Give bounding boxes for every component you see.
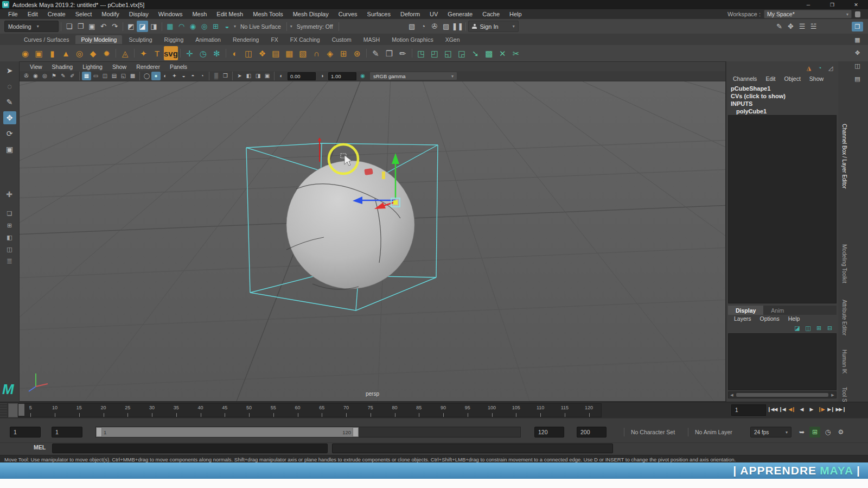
manipulator-plane-handle[interactable] bbox=[382, 172, 385, 179]
select-hierarchy-icon[interactable]: ◩ bbox=[125, 21, 137, 32]
center-pivot-icon[interactable]: ✻ bbox=[210, 46, 224, 60]
reset-transform-icon[interactable]: ◷ bbox=[196, 46, 210, 60]
subdiv-proxy-icon[interactable]: ◱ bbox=[442, 46, 455, 60]
shelf-tab[interactable]: Curves / Surfaces bbox=[18, 35, 74, 44]
layout-outliner-icon[interactable]: ◫ bbox=[4, 244, 16, 255]
poly-sphere-icon[interactable]: ◉ bbox=[18, 46, 32, 60]
target-weld-icon[interactable]: ✂ bbox=[509, 46, 523, 60]
shelf-tab[interactable]: XGen bbox=[440, 35, 465, 44]
menu-item[interactable]: Surfaces bbox=[362, 9, 395, 19]
menu-item[interactable]: Display bbox=[124, 9, 154, 19]
channel-list-area[interactable] bbox=[728, 115, 837, 303]
layer-editor-tab[interactable]: Anim bbox=[763, 306, 792, 315]
command-input-field[interactable] bbox=[52, 443, 328, 453]
symmetry-select[interactable]: Symmetry: Off bbox=[293, 23, 336, 30]
maximize-button[interactable]: ❐ bbox=[820, 0, 844, 9]
render-view-icon[interactable]: ▧ bbox=[406, 21, 418, 32]
time-ruler[interactable]: 5101520253035404550556065707580859095100… bbox=[18, 403, 602, 417]
last-tool-icon[interactable]: ✚ bbox=[3, 188, 16, 201]
side-tab[interactable]: Modeling Toolkit bbox=[841, 238, 847, 290]
isolate-select-icon[interactable]: ❒ bbox=[221, 72, 230, 80]
shelf-tab[interactable]: Sculpting bbox=[123, 35, 157, 44]
gamma-select[interactable]: sRGB gamma ▾ bbox=[369, 72, 457, 80]
multi-cut-icon[interactable]: ✕ bbox=[496, 46, 509, 60]
save-scene-icon[interactable]: ▣ bbox=[86, 21, 98, 32]
poly-cylinder-icon[interactable]: ▮ bbox=[46, 46, 59, 60]
shelf-tab[interactable]: Poly Modeling bbox=[75, 35, 122, 44]
gate-mask-icon[interactable]: ▤ bbox=[110, 72, 119, 80]
conform-icon[interactable]: ❖ bbox=[256, 46, 269, 60]
menu-item[interactable]: Windows bbox=[154, 9, 188, 19]
new-scene-icon[interactable]: ❏ bbox=[63, 21, 75, 32]
type-tool-icon[interactable]: T bbox=[150, 46, 164, 60]
panel-layout-icon[interactable]: ◫ bbox=[852, 61, 863, 71]
side-tab[interactable]: Channel Box / Layer Editor bbox=[841, 79, 847, 233]
motion-blur-icon[interactable]: ◔ bbox=[197, 72, 207, 80]
select-object-icon[interactable]: ◪ bbox=[137, 21, 148, 32]
mirror-icon[interactable]: ◈ bbox=[323, 46, 337, 60]
crease-tool-icon[interactable]: ◲ bbox=[455, 46, 469, 60]
pane-split-v-icon[interactable]: ◨ bbox=[253, 72, 263, 80]
xray-icon[interactable]: ▒ bbox=[212, 72, 221, 80]
menu-item[interactable]: Select bbox=[71, 9, 97, 19]
cvs-toggle-label[interactable]: CVs (click to show) bbox=[731, 93, 786, 99]
smooth-icon[interactable]: ▧ bbox=[296, 46, 310, 60]
character-set-select[interactable]: No Character Set bbox=[631, 429, 675, 435]
wireframe-icon[interactable]: ◯ bbox=[142, 72, 151, 80]
select-tool-icon[interactable]: ➤ bbox=[3, 64, 16, 77]
menu-item[interactable]: Curves bbox=[334, 9, 362, 19]
manipulator-center-handle[interactable] bbox=[393, 200, 398, 205]
step-back-key-button[interactable]: ◀❙ bbox=[787, 404, 796, 415]
shape-node-label[interactable]: pCubeShape1 bbox=[731, 85, 770, 92]
lasso-tool-icon[interactable]: ◌ bbox=[3, 80, 16, 93]
panel-menu-item[interactable]: View bbox=[25, 64, 47, 70]
timeline-grip[interactable] bbox=[0, 403, 7, 417]
panel-menu-item[interactable]: Lighting bbox=[78, 64, 107, 70]
go-to-start-button[interactable]: ❙◀◀ bbox=[767, 404, 777, 415]
playback-start-field[interactable]: 1 bbox=[52, 427, 82, 438]
menu-item[interactable]: Edit bbox=[23, 9, 43, 19]
shelf-tab[interactable]: FX bbox=[265, 35, 283, 44]
channel-graph-icon[interactable]: ◿ bbox=[826, 64, 835, 72]
menu-item[interactable]: Mesh bbox=[187, 9, 212, 19]
step-forward-key-button[interactable]: ❙▶ bbox=[816, 404, 826, 415]
camera-attributes-icon[interactable]: ◎ bbox=[40, 72, 49, 80]
current-frame-field[interactable]: 1 bbox=[731, 404, 766, 416]
layer-editor-tab[interactable]: Display bbox=[728, 306, 763, 315]
channel-layout-icon[interactable]: ▤ bbox=[852, 74, 863, 84]
shelf-tab[interactable]: FX Caching bbox=[285, 35, 326, 44]
shaded-icon[interactable]: ● bbox=[151, 72, 161, 80]
smooth-mesh-icon[interactable]: ◳ bbox=[414, 46, 428, 60]
view-notes-icon[interactable]: ✐ bbox=[68, 72, 77, 80]
separate-icon[interactable]: ◫ bbox=[242, 46, 256, 60]
anim-end-field[interactable]: 200 bbox=[577, 427, 607, 438]
play-backwards-button[interactable]: ◀ bbox=[796, 404, 806, 415]
menu-set-select[interactable]: Modeling ▾ bbox=[4, 21, 59, 32]
platonic-solid-icon[interactable]: ◬ bbox=[118, 46, 132, 60]
menu-item[interactable]: File bbox=[3, 9, 23, 19]
poly-cube-icon[interactable]: ▣ bbox=[32, 46, 46, 60]
fill-hole-icon[interactable]: ▤ bbox=[269, 46, 283, 60]
panel-menu-item[interactable]: Show bbox=[107, 64, 131, 70]
workspace-grid-icon[interactable]: ▦ bbox=[852, 35, 863, 45]
menu-item[interactable]: Create bbox=[43, 9, 71, 19]
snap-viewplane-icon[interactable]: ⊞ bbox=[210, 21, 221, 32]
pose-editor-icon[interactable]: ✥ bbox=[852, 48, 863, 58]
horizontal-scrollbar[interactable]: ◀ ▶ bbox=[728, 391, 837, 398]
layout-split-icon[interactable]: ◧ bbox=[4, 232, 16, 243]
pause-icon[interactable]: ❚❚ bbox=[452, 21, 464, 32]
image-plane-icon[interactable]: ✎ bbox=[59, 72, 68, 80]
anim-start-field[interactable]: 1 bbox=[10, 427, 41, 438]
film-gate-icon[interactable]: ▭ bbox=[91, 72, 100, 80]
current-frame-marker[interactable] bbox=[18, 404, 24, 416]
menu-item[interactable]: Mesh Tools bbox=[248, 9, 288, 19]
timeline-cache-toggle[interactable] bbox=[8, 403, 18, 417]
poly-torus-icon[interactable]: ◎ bbox=[73, 46, 86, 60]
close-button[interactable]: ✕ bbox=[844, 0, 868, 9]
layer-up-icon[interactable]: ⊞ bbox=[815, 324, 823, 332]
scrollbar-thumb[interactable] bbox=[736, 393, 828, 397]
ipr-render-icon[interactable]: ◔ bbox=[418, 21, 429, 32]
field-chart-icon[interactable]: ◱ bbox=[119, 72, 128, 80]
snap-grid-icon[interactable]: ▦ bbox=[164, 21, 176, 32]
shadows-icon[interactable]: ◒ bbox=[179, 72, 188, 80]
